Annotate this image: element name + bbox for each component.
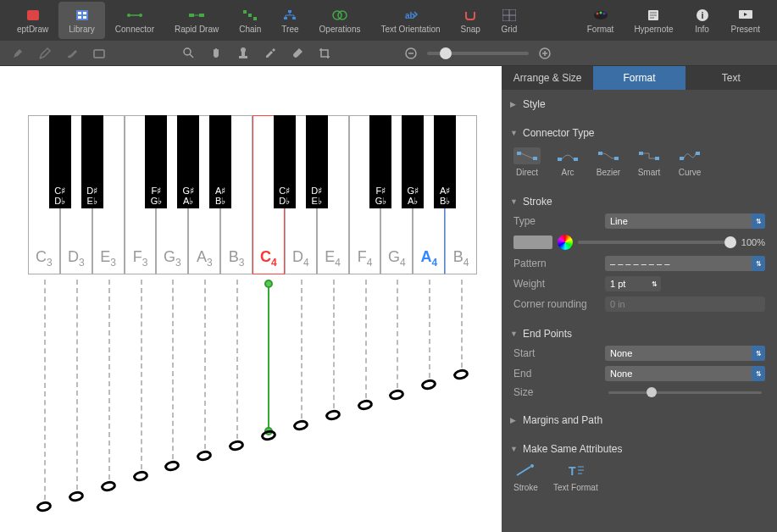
stamp-icon[interactable]: [236, 46, 251, 61]
section-same-attr[interactable]: ▼ Make Same Attributes: [510, 440, 769, 458]
note-line-10[interactable]: [365, 280, 367, 398]
zoom-in-icon[interactable]: [537, 46, 552, 61]
note-G3[interactable]: [164, 459, 180, 472]
zoom-slider[interactable]: [427, 52, 529, 55]
rect-tool-icon[interactable]: [92, 46, 107, 61]
pencil-icon[interactable]: [37, 46, 53, 61]
black-key-11[interactable]: G♯A♭: [402, 115, 424, 208]
black-key-3[interactable]: F♯G♭: [145, 115, 167, 208]
start-select[interactable]: None⇅: [605, 346, 765, 361]
note-line-8[interactable]: [301, 280, 302, 418]
canvas[interactable]: C3D3E3F3G3A3B3C4D4E4F4G4A4B4 C♯D♭D♯E♭F♯G…: [0, 66, 502, 532]
section-margins[interactable]: ▶ Margins and Path: [510, 411, 769, 429]
note-line-5[interactable]: [204, 280, 206, 449]
connector-curve[interactable]: Curve: [676, 147, 703, 177]
pattern-select[interactable]: – – – – – – – –⇅: [605, 256, 765, 271]
note-C4[interactable]: [260, 429, 277, 441]
end-select[interactable]: None⇅: [605, 366, 765, 381]
note-F3[interactable]: [131, 469, 148, 482]
black-key-0[interactable]: C♯D♭: [49, 115, 71, 208]
tool-connector[interactable]: Connector: [105, 2, 164, 39]
zoom-out-icon[interactable]: [403, 46, 419, 61]
same-stroke-button[interactable]: Stroke: [513, 463, 538, 492]
note-line-2[interactable]: [108, 280, 110, 479]
connector-arc[interactable]: Arc: [554, 147, 581, 177]
section-endpoints[interactable]: ▼ End Points: [510, 324, 769, 343]
stroke-type-select[interactable]: Line⇅: [605, 213, 765, 229]
svg-line-45: [190, 54, 193, 58]
crop-icon[interactable]: [317, 46, 332, 61]
note-F4[interactable]: [356, 398, 373, 411]
note-A4[interactable]: [420, 378, 437, 391]
black-key-5[interactable]: A♯B♭: [209, 115, 231, 208]
tab-arrange[interactable]: Arrange & Size: [502, 66, 593, 90]
same-text-format-button[interactable]: T Text Format: [553, 463, 598, 492]
tool-conceptdraw[interactable]: eptDraw: [7, 2, 58, 39]
svg-text:i: i: [701, 10, 703, 20]
selected-connector-line[interactable]: [268, 286, 269, 430]
note-E3[interactable]: [100, 479, 117, 492]
note-line-1[interactable]: [76, 280, 78, 490]
black-key-1[interactable]: D♯E♭: [81, 115, 103, 208]
section-style[interactable]: ▶ Style: [510, 95, 769, 114]
tool-library[interactable]: Library: [58, 2, 105, 39]
note-line-4[interactable]: [172, 280, 174, 459]
search-icon[interactable]: [181, 46, 197, 61]
pen-tool-icon[interactable]: [10, 46, 25, 61]
chevron-down-icon: ▼: [510, 129, 519, 137]
tool-format[interactable]: Format: [577, 2, 624, 39]
tool-info[interactable]: i Info: [684, 2, 721, 39]
black-key-8[interactable]: D♯E♭: [306, 115, 328, 208]
hand-icon[interactable]: [208, 46, 224, 61]
note-D4[interactable]: [292, 418, 309, 431]
tab-format[interactable]: Format: [593, 66, 685, 90]
tool-grid[interactable]: Grid: [491, 2, 528, 39]
color-picker-icon[interactable]: [558, 235, 573, 250]
svg-rect-46: [239, 56, 247, 58]
note-line-6[interactable]: [236, 280, 238, 439]
connector-smart[interactable]: Smart: [635, 147, 663, 177]
tab-text[interactable]: Text: [685, 66, 777, 90]
note-line-11[interactable]: [397, 280, 398, 388]
note-line-9[interactable]: [333, 280, 335, 408]
format-panel: Arrange & Size Format Text ▶ Style ▼ Con…: [502, 66, 777, 532]
note-E4[interactable]: [325, 408, 341, 421]
weight-input[interactable]: 1 pt⇅: [605, 276, 661, 291]
tool-tree[interactable]: Tree: [271, 2, 308, 39]
tool-hypernote[interactable]: Hypernote: [624, 2, 683, 39]
note-D3[interactable]: [68, 490, 85, 502]
svg-rect-10: [199, 14, 204, 17]
connector-endpoint-top[interactable]: [264, 280, 273, 288]
note-C3[interactable]: [36, 500, 53, 513]
tool-text-orientation[interactable]: ab Text Orientation: [370, 2, 450, 39]
endpoint-size-slider[interactable]: [608, 391, 762, 394]
tool-chain[interactable]: Chain: [229, 2, 271, 39]
note-G4[interactable]: [388, 388, 405, 401]
black-key-4[interactable]: G♯A♭: [177, 115, 199, 208]
tool-snap[interactable]: Snap: [451, 2, 491, 39]
note-line-12[interactable]: [429, 280, 430, 378]
tool-rapid-draw[interactable]: Rapid Draw: [164, 2, 229, 39]
connector-direct[interactable]: Direct: [513, 147, 541, 177]
note-line-13[interactable]: [461, 280, 463, 368]
black-key-10[interactable]: F♯G♭: [369, 115, 391, 208]
section-connector-type[interactable]: ▼ Connector Type: [510, 124, 769, 142]
tool-operations[interactable]: Operations: [309, 2, 371, 39]
note-A3[interactable]: [196, 449, 213, 462]
black-key-7[interactable]: C♯D♭: [274, 115, 296, 208]
black-key-12[interactable]: A♯B♭: [434, 115, 456, 208]
connector-bezier[interactable]: Bezier: [595, 147, 622, 177]
svg-rect-2: [78, 12, 81, 14]
brush-icon[interactable]: [64, 46, 80, 61]
stroke-color-swatch[interactable]: [513, 236, 552, 249]
note-B4[interactable]: [452, 368, 469, 380]
chevron-right-icon: ▶: [510, 416, 519, 424]
note-line-3[interactable]: [141, 280, 142, 469]
note-B3[interactable]: [228, 439, 245, 452]
opacity-slider[interactable]: [578, 241, 736, 244]
paint-icon[interactable]: [290, 46, 305, 61]
note-line-0[interactable]: [44, 280, 46, 500]
section-stroke[interactable]: ▼ Stroke: [510, 192, 769, 211]
tool-present[interactable]: Present: [721, 2, 770, 39]
eyedropper-icon[interactable]: [263, 46, 278, 61]
